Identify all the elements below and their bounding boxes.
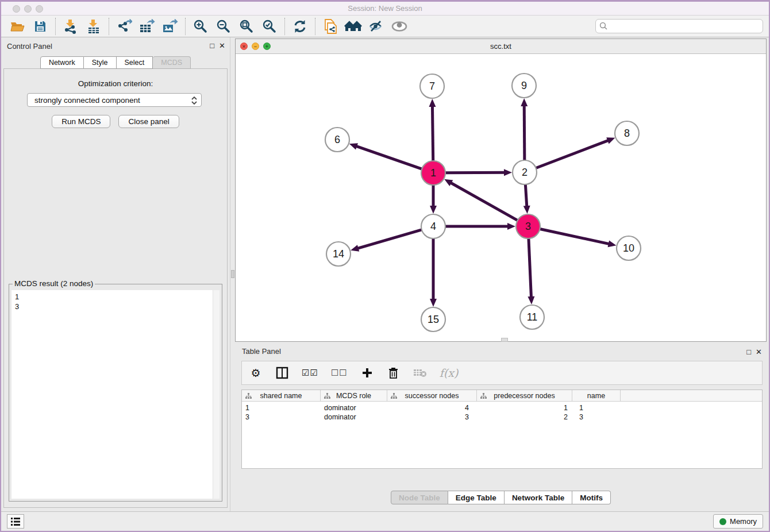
- zoom-out-icon[interactable]: [212, 17, 235, 36]
- graph-edge-arrow: [608, 240, 617, 247]
- criterion-select[interactable]: strongly connected component: [27, 93, 202, 107]
- tab-style[interactable]: Style: [84, 56, 117, 69]
- task-history-button[interactable]: [7, 514, 24, 529]
- run-mcds-button[interactable]: Run MCDS: [52, 115, 110, 128]
- control-panel-title: Control Panel: [7, 42, 52, 51]
- create-column-icon[interactable]: [360, 365, 374, 381]
- network-view-window: × − + scc.txt 1234678910111415: [235, 38, 767, 342]
- cell-name[interactable]: 3: [572, 413, 621, 422]
- status-bar: Memory: [1, 511, 769, 531]
- graph-edge-arrow: [521, 98, 528, 106]
- import-table-icon[interactable]: [82, 17, 105, 36]
- mcds-result-line: 3: [15, 302, 209, 311]
- show-all-icon[interactable]: [388, 17, 411, 36]
- table-panel-float-icon[interactable]: □: [746, 348, 751, 356]
- settings-gear-icon[interactable]: ⚙: [249, 365, 263, 381]
- delete-table-icon[interactable]: [413, 365, 427, 381]
- table-row[interactable]: 3 dominator 3 2 3: [242, 413, 762, 422]
- app-title: Session: New Session: [1, 4, 769, 13]
- cell-successor-nodes[interactable]: 4: [387, 403, 477, 413]
- mcds-result-list[interactable]: 1 3: [11, 290, 213, 499]
- cell-successor-nodes[interactable]: 3: [387, 413, 477, 422]
- cell-shared-name[interactable]: 3: [242, 413, 321, 422]
- network-canvas[interactable]: 1234678910111415: [236, 54, 766, 341]
- graph-edge-arrow: [429, 99, 436, 107]
- export-network-icon[interactable]: [113, 17, 136, 36]
- graph-edge-4-14[interactable]: [356, 230, 422, 249]
- control-panel-close-icon[interactable]: ✕: [219, 41, 225, 50]
- export-image-icon[interactable]: [159, 17, 182, 36]
- horizontal-splitter-grip[interactable]: [501, 338, 508, 342]
- delete-columns-icon[interactable]: [387, 365, 401, 381]
- zoom-fit-icon[interactable]: [235, 17, 258, 36]
- cell-predecessor-nodes[interactable]: 1: [477, 403, 572, 413]
- graph-edge-3-10[interactable]: [540, 229, 611, 244]
- import-network-icon[interactable]: [59, 17, 82, 36]
- graph-edge-3-11[interactable]: [529, 238, 532, 299]
- toolbar-separator: [284, 18, 285, 35]
- control-panel-header: Control Panel □ ✕: [1, 37, 230, 53]
- table-toolbar: ⚙ ☑☑ ☐☐ f(x): [241, 361, 763, 385]
- zoom-in-icon[interactable]: [189, 17, 212, 36]
- graph-node-label: 9: [521, 80, 527, 91]
- mcds-result-scrollbar[interactable]: [213, 290, 220, 499]
- tab-select[interactable]: Select: [117, 56, 153, 69]
- column-header-name[interactable]: name: [572, 390, 621, 402]
- column-header-successor-nodes[interactable]: successor nodes: [387, 390, 477, 402]
- cell-name[interactable]: 1: [572, 403, 621, 413]
- function-builder-icon[interactable]: f(x): [440, 365, 459, 381]
- toolbar-separator: [55, 18, 56, 35]
- show-columns-icon[interactable]: [275, 365, 289, 381]
- close-panel-button[interactable]: Close panel: [118, 115, 179, 128]
- tab-node-table[interactable]: Node Table: [391, 491, 448, 504]
- graph-edge-3-1[interactable]: [449, 182, 518, 220]
- graph-edge-2-9[interactable]: [524, 103, 525, 160]
- graph-edge-2-3[interactable]: [525, 184, 527, 209]
- tab-mcds[interactable]: MCDS: [153, 56, 191, 69]
- cell-mcds-role[interactable]: dominator: [321, 403, 387, 413]
- graph-edge-arrow: [528, 296, 534, 304]
- list-icon: [10, 517, 21, 526]
- refresh-layout-icon[interactable]: [288, 17, 311, 36]
- tab-motifs[interactable]: Motifs: [572, 491, 611, 504]
- column-header-mcds-role[interactable]: MCDS role: [321, 390, 387, 402]
- graph-edge-1-2[interactable]: [445, 172, 507, 173]
- graph-edge-1-7[interactable]: [432, 104, 433, 161]
- mcds-result-line: 1: [15, 292, 209, 302]
- first-neighbors-icon[interactable]: [342, 17, 365, 36]
- search-input[interactable]: [595, 19, 763, 33]
- open-session-icon[interactable]: [6, 17, 29, 36]
- graph-node-label: 2: [522, 167, 528, 178]
- network-graph: 1234678910111415: [236, 54, 766, 341]
- tab-network-table[interactable]: Network Table: [505, 491, 572, 504]
- export-table-icon[interactable]: [136, 17, 159, 36]
- graph-edge-arrow: [504, 169, 512, 176]
- tab-network[interactable]: Network: [40, 56, 84, 69]
- column-header-shared-name[interactable]: shared name: [242, 390, 321, 402]
- memory-label: Memory: [730, 517, 757, 526]
- graph-edge-2-8[interactable]: [536, 140, 610, 168]
- cell-predecessor-nodes[interactable]: 2: [477, 413, 572, 422]
- table-panel-close-icon[interactable]: ✕: [756, 348, 762, 356]
- graph-node-label: 4: [430, 221, 436, 232]
- deselect-all-columns-icon[interactable]: ☐☐: [331, 365, 348, 381]
- network-window-title-bar: × − + scc.txt: [236, 39, 766, 54]
- graph-node-label: 3: [525, 221, 531, 232]
- tab-edge-table[interactable]: Edge Table: [448, 491, 505, 504]
- new-network-from-selection-icon[interactable]: [319, 17, 342, 36]
- select-all-columns-icon[interactable]: ☑☑: [302, 365, 318, 381]
- vertical-splitter[interactable]: [230, 37, 234, 511]
- zoom-selected-icon[interactable]: [258, 17, 281, 36]
- graph-edge-arrow: [430, 206, 437, 214]
- table-row[interactable]: 1 dominator 4 1 1: [242, 403, 762, 413]
- save-session-icon[interactable]: [29, 17, 52, 36]
- graph-edge-1-6[interactable]: [354, 145, 422, 169]
- graph-edge-arrow: [523, 206, 530, 214]
- hide-selected-icon[interactable]: [365, 17, 388, 36]
- control-panel-float-icon[interactable]: □: [210, 41, 214, 50]
- graph-node-label: 7: [429, 80, 435, 92]
- memory-button[interactable]: Memory: [713, 514, 763, 529]
- cell-shared-name[interactable]: 1: [242, 403, 321, 413]
- cell-mcds-role[interactable]: dominator: [321, 413, 387, 422]
- column-header-predecessor-nodes[interactable]: predecessor nodes: [477, 390, 572, 402]
